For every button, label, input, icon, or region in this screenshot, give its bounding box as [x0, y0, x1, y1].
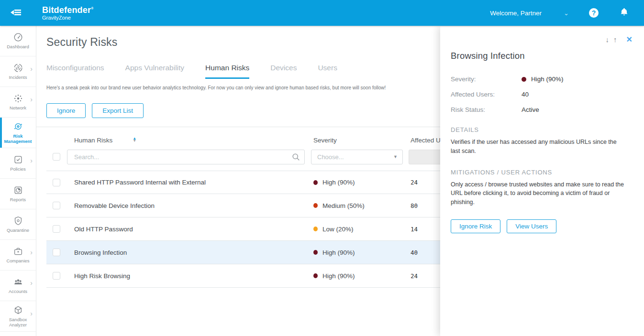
companies-briefcase-icon — [13, 246, 23, 257]
chevron-right-icon: › — [30, 96, 33, 103]
brand-logo: Bitdefender® GravityZone — [42, 6, 94, 21]
user-menu[interactable]: Welcome, Partner ⌄ — [490, 10, 569, 17]
severity-cell: Medium (50%) — [311, 202, 407, 209]
row-checkbox[interactable] — [53, 249, 60, 256]
help-icon: ? — [592, 9, 596, 17]
tab-devices[interactable]: Devices — [270, 64, 297, 79]
severity-cell: Low (20%) — [311, 226, 407, 233]
notifications-button[interactable] — [620, 7, 629, 19]
chevron-right-icon: › — [30, 157, 33, 164]
affected-users-field: Affected Users: 40 — [451, 91, 633, 98]
row-checkbox[interactable] — [53, 179, 60, 186]
field-value: Active — [522, 106, 539, 113]
network-icon — [13, 93, 23, 104]
chevron-right-icon: › — [30, 65, 33, 73]
export-list-button[interactable]: Export List — [92, 103, 144, 118]
severity-filter-placeholder: Choose... — [317, 153, 344, 161]
search-box — [67, 150, 305, 164]
dropdown-arrow-icon: ▼ — [393, 154, 398, 159]
severity-dot-icon — [313, 273, 318, 278]
arrow-down-icon[interactable]: ↓ — [606, 35, 610, 43]
severity-cell: High (90%) — [311, 179, 407, 186]
ignore-button[interactable]: Ignore — [46, 103, 86, 118]
sidebar-item-policies[interactable]: Policies › — [0, 148, 36, 179]
tab-apps-vulnerability[interactable]: Apps Vulnerability — [125, 64, 185, 79]
severity-cell: High (90%) — [311, 249, 407, 256]
sandbox-analyzer-cube-icon — [13, 305, 23, 315]
search-input[interactable] — [67, 150, 305, 164]
policies-icon — [13, 154, 23, 165]
sidebar-item-dashboard[interactable]: Dashboard — [0, 26, 36, 56]
sidebar-item-label: Quarantine — [7, 228, 29, 233]
sidebar-item-network[interactable]: Network › — [0, 87, 36, 118]
sidebar-item-label: Dashboard — [7, 44, 29, 50]
sort-icon[interactable]: ▲ ▼ — [133, 138, 136, 142]
field-label: Affected Users: — [451, 91, 522, 98]
field-value: High (90%) — [522, 76, 564, 83]
chevron-down-icon: ⌄ — [564, 10, 569, 17]
sidebar-item-incidents[interactable]: Incidents › — [0, 56, 36, 87]
severity-filter-select[interactable]: Choose... ▼ — [311, 150, 403, 164]
severity-label: Low (20%) — [322, 226, 354, 233]
chevron-right-icon: › — [30, 249, 33, 256]
human-risks-column-header[interactable]: Human Risks ▲ ▼ — [67, 137, 311, 144]
brand-subtitle: GravityZone — [42, 15, 94, 21]
tab-users[interactable]: Users — [318, 64, 337, 79]
ignore-risk-button[interactable]: Ignore Risk — [451, 219, 500, 233]
sidebar-item-label: Risk Management — [1, 134, 35, 144]
risk-name-cell: High Risk Browsing — [67, 272, 311, 280]
field-value: 40 — [522, 91, 529, 98]
row-checkbox[interactable] — [53, 272, 60, 280]
panel-controls: ↓ ↑ ✕ — [451, 35, 633, 44]
sidebar-item-label: Reports — [10, 197, 26, 203]
row-checkbox[interactable] — [53, 225, 60, 233]
brand-name: Bitdefender® — [42, 6, 94, 14]
severity-dot-icon — [313, 250, 318, 255]
risk-name-cell: Old HTTP Password — [67, 226, 311, 233]
sidebar-item-label: Sandbox Analyzer — [1, 317, 35, 328]
sidebar-item-label: Accounts — [9, 289, 27, 294]
view-users-button[interactable]: View Users — [507, 219, 556, 233]
panel-actions: Ignore Risk View Users — [451, 219, 633, 233]
details-text: Verifies if the user has accessed any ma… — [451, 138, 624, 156]
severity-label: High (90%) — [322, 249, 355, 256]
severity-column-header: Severity — [311, 137, 407, 144]
tab-misconfigurations[interactable]: Misconfigurations — [46, 64, 104, 79]
dashboard-icon — [13, 32, 23, 43]
sidebar-item-risk-management[interactable]: Risk Management — [0, 118, 36, 148]
severity-dot-icon — [313, 180, 318, 185]
arrow-up-icon[interactable]: ↑ — [613, 35, 617, 43]
field-label: Risk Status: — [451, 106, 522, 113]
sidebar-item-label: Policies — [10, 167, 26, 172]
sidebar-item-label: Companies — [6, 259, 29, 264]
sidebar-item-companies[interactable]: Companies › — [0, 240, 36, 271]
sort-descending-icon: ▼ — [133, 140, 136, 142]
topbar: Bitdefender® GravityZone Welcome, Partne… — [0, 0, 644, 26]
registered-mark: ® — [91, 7, 93, 10]
tab-human-risks[interactable]: Human Risks — [205, 64, 249, 79]
severity-cell: High (90%) — [311, 272, 407, 280]
row-checkbox[interactable] — [53, 202, 60, 209]
accounts-users-icon — [13, 277, 23, 287]
risk-name-cell: Shared HTTP Password Internal with Exter… — [67, 179, 311, 186]
sidebar-item-accounts[interactable]: Accounts › — [0, 271, 36, 301]
severity-dot-icon — [313, 227, 318, 231]
help-button[interactable]: ? — [589, 8, 599, 18]
sidebar-item-label: Network — [10, 106, 26, 111]
severity-label: Medium (50%) — [322, 202, 365, 209]
risk-name-cell: Removable Device Infection — [67, 202, 311, 209]
close-icon[interactable]: ✕ — [626, 35, 633, 44]
topbar-right: Welcome, Partner ⌄ ? — [490, 7, 629, 19]
sidebar-collapse-button[interactable] — [11, 8, 22, 18]
sidebar-item-label: Incidents — [9, 75, 27, 80]
sidebar-item-sandbox-analyzer[interactable]: Sandbox Analyzer › — [0, 301, 36, 332]
select-all-checkbox[interactable] — [53, 153, 60, 161]
chevron-right-icon: › — [30, 310, 33, 317]
search-icon — [292, 153, 300, 163]
chevron-right-icon: › — [30, 279, 33, 287]
sidebar-item-reports[interactable]: Reports — [0, 179, 36, 209]
sidebar-item-quarantine[interactable]: Quarantine — [0, 209, 36, 240]
panel-title: Browsing Infection — [451, 51, 633, 61]
severity-label: High (90%) — [322, 179, 355, 186]
risk-name-cell: Browsing Infection — [67, 249, 311, 256]
